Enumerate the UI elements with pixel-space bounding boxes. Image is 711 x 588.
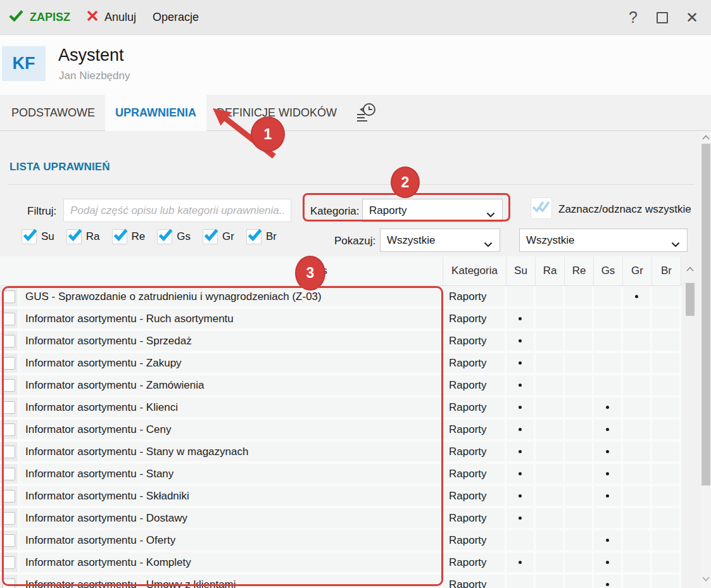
row-opis-cell[interactable]: Informator asortymentu - Oferty [20,530,441,550]
table-row[interactable]: Informator asortymentu - Stany w magazyn… [0,442,681,461]
row-opis-cell[interactable]: Informator asortymentu - Składniki [20,486,441,506]
flag-filter-su[interactable]: Su [22,229,54,244]
table-row[interactable]: Informator asortymentu - KompletyRaporty [0,553,681,572]
row-checkbox[interactable] [3,291,15,303]
row-flag-cell-br [652,397,679,417]
row-checkbox-cell [0,575,18,588]
table-scroll-up-button[interactable] [685,261,695,277]
row-flag-cell-gs [594,309,621,328]
table-row[interactable]: Informator asortymentu - OfertyRaporty [0,530,681,550]
row-checkbox[interactable] [3,379,15,392]
row-checkbox[interactable] [3,357,15,370]
row-opis-cell[interactable]: Informator asortymentu - Komplety [20,553,441,572]
column-header-br[interactable]: Br [652,256,681,285]
row-checkbox[interactable] [3,313,15,325]
table-row[interactable]: Informator asortymentu - CenyRaporty [0,420,681,439]
table-row[interactable]: Informator asortymentu - SkładnikiRaport… [0,486,681,506]
show-select[interactable]: Wszystkie [380,228,500,252]
row-kategoria-cell: Raporty [443,420,505,439]
column-header-gr[interactable]: Gr [623,256,652,285]
row-opis-cell[interactable]: Informator asortymentu - Ruch asortyment… [20,309,441,328]
page-scroll-down-button[interactable] [701,574,711,584]
table-row[interactable]: Informator asortymentu - KlienciRaporty [0,397,681,417]
row-checkbox-cell [0,397,18,417]
row-checkbox[interactable] [3,423,15,436]
table-row[interactable]: Informator asortymentu - DostawyRaporty [0,508,681,528]
row-flag-cell-su [507,553,534,572]
column-header-opis[interactable]: Opis [0,256,443,285]
history-icon[interactable] [355,95,377,130]
page-scrollbar[interactable] [701,131,711,588]
row-opis-cell[interactable]: Informator asortymentu - Zakupy [20,353,441,373]
row-checkbox[interactable] [3,468,15,480]
table-row[interactable]: Informator asortymentu - ZakupyRaporty [0,353,681,373]
column-header-re[interactable]: Re [565,256,594,285]
row-checkbox[interactable] [3,335,15,347]
flag-filter-br[interactable]: Br [246,229,277,244]
table-row[interactable]: Informator asortymentu - Ruch asortyment… [0,309,681,328]
double-check-icon [532,200,551,216]
row-flag-cell-re [565,420,592,439]
row-flag-cell-gr [623,353,650,373]
flag-checkbox[interactable] [66,229,82,244]
row-opis-cell[interactable]: Informator asortymentu - Umowy z klienta… [20,575,441,588]
close-button[interactable]: ✕ [683,9,701,27]
tab-podstawowe[interactable]: PODSTAWOWE [1,95,105,130]
row-kategoria-cell: Raporty [443,530,505,550]
row-kategoria-cell: Raporty [443,575,505,588]
column-header-ra[interactable]: Ra [536,256,565,285]
cancel-button[interactable]: Anuluj [87,10,136,25]
column-header-su[interactable]: Su [507,256,536,285]
row-checkbox[interactable] [3,446,15,458]
flag-filter-re[interactable]: Re [112,229,146,244]
row-opis-cell[interactable]: Informator asortymentu - Stany w magazyn… [20,442,441,461]
tab-definicje-widokow[interactable]: DEFINICJE WIDOKÓW [206,95,347,130]
row-checkbox[interactable] [3,401,15,414]
operations-menu[interactable]: Operacje [153,11,199,24]
table-row[interactable]: Informator asortymentu - StanyRaporty [0,464,681,484]
category-select[interactable]: Raporty [362,199,503,222]
flag-checkbox[interactable] [112,229,127,244]
row-opis-cell[interactable]: Informator asortymentu - Klienci [20,397,441,417]
page-scrollbar-thumb[interactable] [702,144,710,485]
row-flag-cell-gr [623,553,650,572]
flag-filter-gs[interactable]: Gs [157,229,191,244]
select-all-button[interactable] [531,197,552,219]
table-row[interactable]: Informator asortymentu - SprzedażRaporty [0,331,681,351]
row-checkbox[interactable] [3,579,15,588]
help-button[interactable]: ? [625,8,641,27]
flag-filter-gr[interactable]: Gr [203,229,234,244]
row-checkbox[interactable] [3,534,15,547]
page-scroll-up-button[interactable] [701,132,711,142]
row-opis-cell[interactable]: GUS - Sprawozdanie o zatrudnieniu i wyna… [20,287,441,306]
flag-checkbox[interactable] [246,229,261,244]
flag-checkbox[interactable] [157,229,172,244]
flag-checkbox[interactable] [203,229,218,244]
row-opis-cell[interactable]: Informator asortymentu - Stany [20,464,441,484]
flag-checkbox[interactable] [22,229,37,244]
row-flag-cell-br [652,442,679,461]
flag-filter-ra[interactable]: Ra [66,229,100,244]
row-flag-cell-ra [536,575,563,588]
column-header-gs[interactable]: Gs [594,256,623,285]
row-opis-cell[interactable]: Informator asortymentu - Zamówienia [20,375,441,395]
table-row[interactable]: Informator asortymentu - ZamówieniaRapor… [0,375,681,395]
table-row[interactable]: Informator asortymentu - Umowy z klienta… [0,575,681,588]
row-flag-cell-su [507,486,534,506]
show-secondary-select[interactable]: Wszystkie [519,228,688,252]
row-opis-cell[interactable]: Informator asortymentu - Sprzedaż [20,331,441,351]
save-button[interactable]: ZAPISZ [9,9,70,25]
row-opis-cell[interactable]: Informator asortymentu - Dostawy [20,508,441,528]
maximize-button[interactable] [657,12,668,23]
row-kategoria-cell: Raporty [443,375,505,395]
tab-uprawnienia[interactable]: UPRAWNIENIA [105,95,206,131]
row-flag-cell-gs [594,442,621,461]
column-header-kategoria[interactable]: Kategoria [443,256,507,285]
row-checkbox[interactable] [3,512,15,525]
row-checkbox[interactable] [3,490,15,503]
table-scrollbar-thumb[interactable] [686,283,695,316]
row-opis-cell[interactable]: Informator asortymentu - Ceny [20,420,441,439]
row-checkbox[interactable] [3,556,15,569]
filter-input[interactable] [63,199,291,222]
table-row[interactable]: GUS - Sprawozdanie o zatrudnieniu i wyna… [0,287,681,306]
